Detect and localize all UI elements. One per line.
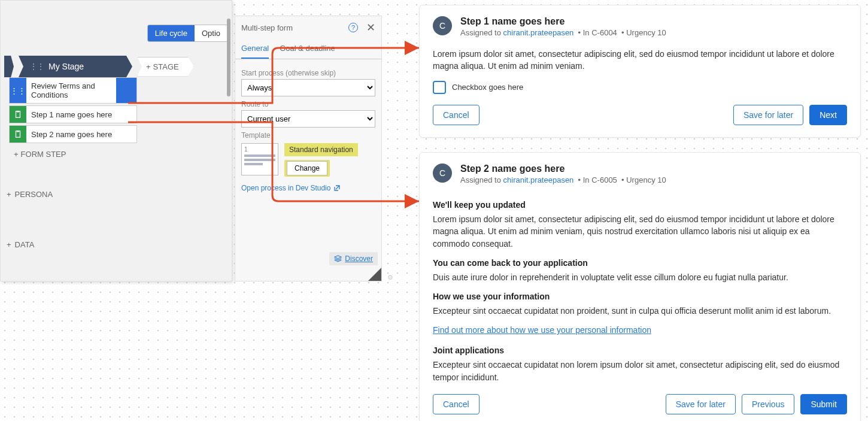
save-for-later-button[interactable]: Save for later xyxy=(733,105,803,125)
stage-label: My Stage xyxy=(48,62,84,71)
section-body: Duis aute irure dolor in reprehenderit i… xyxy=(433,271,847,283)
section-heading: How we use your information xyxy=(433,292,847,301)
step1-preview-card: C Step 1 name goes here Assigned to chir… xyxy=(419,5,861,138)
template-page-number: 1 xyxy=(244,146,275,153)
case-ref: In C-6004 xyxy=(583,28,617,37)
route-to-label: Route to xyxy=(241,100,375,108)
card-meta: Assigned to chiranit.prateepasen • In C-… xyxy=(460,28,666,37)
step-1[interactable]: Step 1 name goes here xyxy=(9,105,137,123)
scrollbar-thumb[interactable] xyxy=(227,19,230,96)
settings-corner[interactable]: ⚙ xyxy=(368,268,381,281)
config-tab-goal[interactable]: Goal & deadline xyxy=(280,39,335,59)
config-panel: Multi-step form ? ✕ General Goal & deadl… xyxy=(235,16,382,281)
close-icon[interactable]: ✕ xyxy=(366,21,375,34)
gear-icon: ⚙ xyxy=(387,274,393,281)
assignee-link[interactable]: chiranit.prateepasen xyxy=(503,175,574,184)
config-tabs: General Goal & deadline xyxy=(235,39,381,59)
change-template-button[interactable]: Change xyxy=(287,161,327,175)
start-process-label: Start process (otherwise skip) xyxy=(241,69,375,77)
route-to-select[interactable]: Current user xyxy=(241,110,375,128)
config-tab-general[interactable]: General xyxy=(241,39,269,59)
cancel-button[interactable]: Cancel xyxy=(433,394,479,414)
step2-preview-card: C Step 2 name goes here Assigned to chir… xyxy=(419,152,861,421)
grip-icon: ⋮⋮ xyxy=(29,62,44,71)
tab-lifecycle[interactable]: Life cycle xyxy=(148,25,195,41)
persona-label: PERSONA xyxy=(15,190,53,199)
add-form-step-button[interactable]: + FORM STEP xyxy=(9,145,137,163)
step-action-icons[interactable] xyxy=(116,86,136,95)
layers-icon xyxy=(334,255,342,263)
card-meta: Assigned to chiranit.prateepasen • In C-… xyxy=(460,175,666,184)
template-label: Template xyxy=(241,131,375,140)
save-for-later-button[interactable]: Save for later xyxy=(666,394,736,414)
data-label: DATA xyxy=(15,240,35,249)
config-title: Multi-step form xyxy=(241,23,293,32)
clipboard-icon xyxy=(10,106,26,123)
add-stage-button[interactable]: + STAGE xyxy=(137,57,194,77)
add-stage-label: STAGE xyxy=(153,62,179,71)
svg-rect-1 xyxy=(17,111,19,113)
urgency: Urgency 10 xyxy=(626,28,666,37)
view-tabs: Life cycle Optio xyxy=(147,25,228,42)
svg-rect-3 xyxy=(17,131,19,132)
clipboard-icon xyxy=(10,126,26,143)
avatar: C xyxy=(433,163,452,183)
discover-label: Discover xyxy=(345,255,373,263)
template-thumbnail[interactable]: 1 xyxy=(241,143,278,175)
info-link[interactable]: Find out more about how we use your pers… xyxy=(433,325,651,335)
start-process-select[interactable]: Always xyxy=(241,79,375,96)
checkbox[interactable] xyxy=(433,81,446,94)
add-data-button[interactable]: + DATA xyxy=(7,240,34,249)
step-2[interactable]: Step 2 name goes here xyxy=(9,125,137,143)
stage-my-stage[interactable]: ⋮⋮ My Stage xyxy=(19,56,132,77)
submit-button[interactable]: Submit xyxy=(800,394,847,414)
help-icon[interactable]: ? xyxy=(348,23,358,32)
plus-icon: + xyxy=(14,150,19,159)
case-designer-panel: Life cycle Optio ⋮⋮ My Stage + STAGE ⋮⋮ … xyxy=(0,0,232,281)
open-dev-label: Open process in Dev Studio xyxy=(241,184,330,192)
step-label: Step 1 name goes here xyxy=(26,107,136,123)
form-icon: ⋮⋮ xyxy=(10,82,26,99)
tab-optional[interactable]: Optio xyxy=(195,25,227,41)
assignee-link[interactable]: chiranit.prateepasen xyxy=(503,28,574,37)
step-label: Step 2 name goes here xyxy=(26,126,136,143)
plus-icon: + xyxy=(7,190,11,199)
assigned-prefix: Assigned to xyxy=(460,28,503,37)
card-title: Step 2 name goes here xyxy=(460,163,666,174)
section-body: Excepteur sint occaecat cupidatat non lo… xyxy=(433,359,847,383)
step-label: Review Terms and Conditions xyxy=(26,78,116,103)
checkbox-row[interactable]: Checkbox goes here xyxy=(433,81,847,94)
step-list: ⋮⋮ Review Terms and Conditions Step 1 na… xyxy=(9,77,137,163)
step-review-terms[interactable]: ⋮⋮ Review Terms and Conditions xyxy=(9,77,137,104)
cancel-button[interactable]: Cancel xyxy=(433,105,479,125)
section-body: Excepteur sint occaecat cupidatat non pr… xyxy=(433,305,847,317)
discover-link[interactable]: Discover xyxy=(329,252,378,265)
add-form-step-label: FORM STEP xyxy=(21,150,66,159)
stage-start-icon xyxy=(4,56,14,77)
external-link-icon xyxy=(333,184,341,192)
urgency: Urgency 10 xyxy=(626,175,666,184)
open-in-dev-studio-link[interactable]: Open process in Dev Studio xyxy=(241,184,341,192)
section-heading: We'll keep you updated xyxy=(433,200,847,210)
add-persona-button[interactable]: + PERSONA xyxy=(7,190,53,199)
checkbox-label: Checkbox goes here xyxy=(452,83,523,92)
section-heading: You can come back to your application xyxy=(433,258,847,268)
case-ref: In C-6005 xyxy=(583,175,617,184)
next-button[interactable]: Next xyxy=(809,105,847,125)
avatar: C xyxy=(433,16,452,35)
section-body: Lorem ipsum dolor sit amet, consectetur … xyxy=(433,213,847,250)
plus-icon: + xyxy=(7,240,11,249)
previous-button[interactable]: Previous xyxy=(742,394,794,414)
card-title: Step 1 name goes here xyxy=(460,16,666,27)
template-name: Standard navigation xyxy=(284,143,358,156)
plus-icon: + xyxy=(146,62,151,71)
assigned-prefix: Assigned to xyxy=(460,175,503,184)
section-heading: Joint applications xyxy=(433,346,847,355)
card-body: Lorem ipsum dolor sit amet, consectetur … xyxy=(433,48,847,72)
